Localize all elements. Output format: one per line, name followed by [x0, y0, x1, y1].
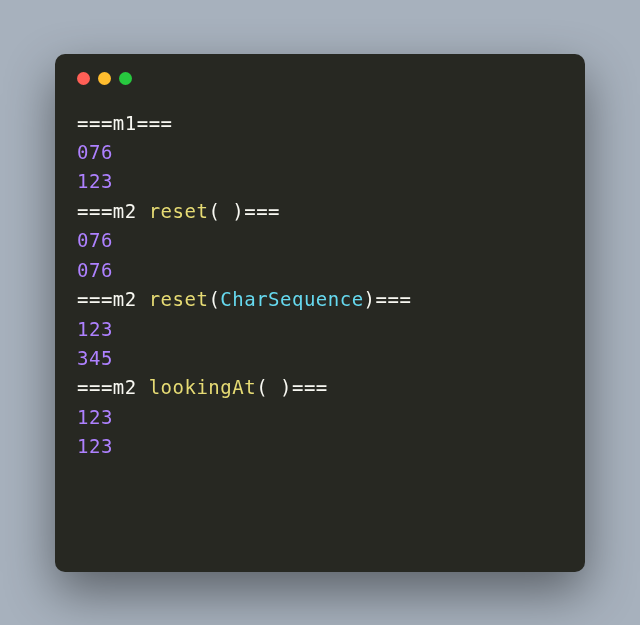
code-token: m2	[113, 200, 137, 222]
code-token: ===	[244, 200, 280, 222]
code-token: )	[232, 200, 244, 222]
code-block: ===m1===076123===m2 reset( )===076076===…	[77, 109, 563, 462]
code-token: ===	[77, 288, 113, 310]
code-token: (	[208, 200, 220, 222]
code-token	[137, 288, 149, 310]
code-token	[137, 200, 149, 222]
minimize-icon[interactable]	[98, 72, 111, 85]
code-line: 076	[77, 226, 563, 255]
code-token: (	[256, 376, 268, 398]
code-token: 076	[77, 259, 113, 281]
zoom-icon[interactable]	[119, 72, 132, 85]
code-token: m2	[113, 288, 137, 310]
code-line: 076	[77, 138, 563, 167]
code-line: 076	[77, 256, 563, 285]
code-line: 123	[77, 403, 563, 432]
code-token: 123	[77, 435, 113, 457]
code-token	[220, 200, 232, 222]
code-line: 123	[77, 432, 563, 461]
code-token: reset	[149, 288, 209, 310]
code-token: ===	[292, 376, 328, 398]
code-token: lookingAt	[149, 376, 256, 398]
code-token: 123	[77, 406, 113, 428]
code-token: (	[208, 288, 220, 310]
code-line: ===m2 reset(CharSequence)===	[77, 285, 563, 314]
code-token: )	[280, 376, 292, 398]
code-line: 345	[77, 344, 563, 373]
code-line: ===m1===	[77, 109, 563, 138]
code-token: 345	[77, 347, 113, 369]
code-token: 076	[77, 141, 113, 163]
code-token: m2	[113, 376, 137, 398]
code-token: 076	[77, 229, 113, 251]
code-token: CharSequence	[220, 288, 363, 310]
code-token: reset	[149, 200, 209, 222]
code-line: ===m2 lookingAt( )===	[77, 373, 563, 402]
code-token: ===	[376, 288, 412, 310]
code-token: ===	[137, 112, 173, 134]
code-token: 123	[77, 170, 113, 192]
code-token: ===	[77, 112, 113, 134]
code-token: )	[364, 288, 376, 310]
code-line: 123	[77, 315, 563, 344]
code-token: ===	[77, 376, 113, 398]
window-titlebar	[77, 72, 563, 85]
code-window: ===m1===076123===m2 reset( )===076076===…	[55, 54, 585, 572]
code-token: 123	[77, 318, 113, 340]
close-icon[interactable]	[77, 72, 90, 85]
code-token: ===	[77, 200, 113, 222]
code-token	[268, 376, 280, 398]
code-token: m1	[113, 112, 137, 134]
code-line: 123	[77, 167, 563, 196]
code-token	[137, 376, 149, 398]
code-line: ===m2 reset( )===	[77, 197, 563, 226]
